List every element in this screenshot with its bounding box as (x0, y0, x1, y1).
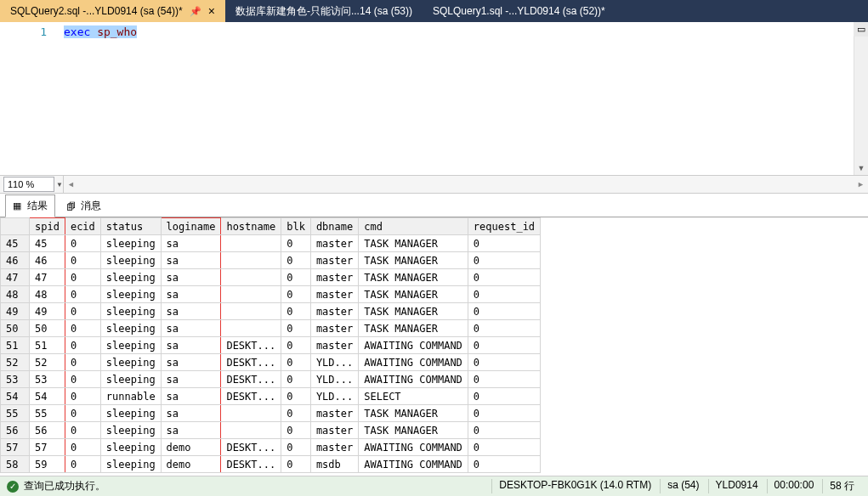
cell-status[interactable]: sleeping (100, 354, 161, 371)
row-number[interactable]: 57 (1, 439, 30, 456)
cell-requestid[interactable]: 0 (468, 252, 540, 269)
cell-cmd[interactable]: TASK MANAGER (359, 235, 468, 252)
cell-loginame[interactable]: sa (161, 235, 221, 252)
cell-ecid[interactable]: 0 (65, 388, 100, 405)
cell-status[interactable]: sleeping (100, 456, 161, 473)
cell-loginame[interactable]: sa (161, 252, 221, 269)
cell-requestid[interactable]: 0 (468, 439, 540, 456)
cell-spid[interactable]: 45 (30, 235, 65, 252)
cell-blk[interactable]: 0 (281, 354, 311, 371)
row-number[interactable]: 45 (1, 235, 30, 252)
cell-cmd[interactable]: TASK MANAGER (359, 252, 468, 269)
cell-loginame[interactable]: sa (161, 354, 221, 371)
chevron-down-icon[interactable]: ▼ (56, 181, 63, 189)
cell-blk[interactable]: 0 (281, 252, 311, 269)
cell-loginame[interactable]: sa (161, 371, 221, 388)
col-loginame[interactable]: loginame (161, 218, 221, 235)
cell-cmd[interactable]: TASK MANAGER (359, 320, 468, 337)
cell-requestid[interactable]: 0 (468, 320, 540, 337)
cell-requestid[interactable]: 0 (468, 456, 540, 473)
cell-spid[interactable]: 54 (30, 388, 65, 405)
close-icon[interactable]: × (208, 4, 215, 18)
cell-status[interactable]: sleeping (100, 235, 161, 252)
cell-ecid[interactable]: 0 (65, 303, 100, 320)
cell-ecid[interactable]: 0 (65, 405, 100, 422)
cell-blk[interactable]: 0 (281, 388, 311, 405)
pin-icon[interactable]: 📌 (190, 6, 201, 17)
cell-spid[interactable]: 49 (30, 303, 65, 320)
tab-sqlquery1[interactable]: SQLQuery1.sql -...YLD0914 (sa (52))* (423, 0, 616, 22)
cell-cmd[interactable]: AWAITING COMMAND (359, 337, 468, 354)
corner-cell[interactable] (1, 218, 30, 235)
cell-dbname[interactable]: YLD... (310, 388, 358, 405)
cell-ecid[interactable]: 0 (65, 337, 100, 354)
cell-spid[interactable]: 52 (30, 354, 65, 371)
code-area[interactable]: exec sp_who (55, 22, 868, 175)
cell-spid[interactable]: 53 (30, 371, 65, 388)
cell-blk[interactable]: 0 (281, 337, 311, 354)
cell-cmd[interactable]: AWAITING COMMAND (359, 354, 468, 371)
cell-dbname[interactable]: master (310, 303, 358, 320)
cell-ecid[interactable]: 0 (65, 235, 100, 252)
cell-spid[interactable]: 47 (30, 269, 65, 286)
cell-cmd[interactable]: TASK MANAGER (359, 269, 468, 286)
row-number[interactable]: 50 (1, 320, 30, 337)
cell-ecid[interactable]: 0 (65, 422, 100, 439)
cell-requestid[interactable]: 0 (468, 371, 540, 388)
cell-dbname[interactable]: master (310, 286, 358, 303)
cell-dbname[interactable]: master (310, 405, 358, 422)
cell-requestid[interactable]: 0 (468, 388, 540, 405)
cell-status[interactable]: sleeping (100, 371, 161, 388)
cell-status[interactable]: runnable (100, 388, 161, 405)
row-number[interactable]: 51 (1, 337, 30, 354)
table-row[interactable]: 52520sleepingsaDESKT...0YLD...AWAITING C… (1, 354, 541, 371)
cell-hostname[interactable] (221, 235, 281, 252)
cell-blk[interactable]: 0 (281, 303, 311, 320)
table-row[interactable]: 57570sleepingdemoDESKT...0masterAWAITING… (1, 439, 541, 456)
row-number[interactable]: 46 (1, 252, 30, 269)
scroll-left-icon[interactable]: ◄ (64, 176, 78, 193)
cell-loginame[interactable]: sa (161, 405, 221, 422)
zoom-select[interactable] (3, 177, 54, 192)
table-row[interactable]: 49490sleepingsa0masterTASK MANAGER0 (1, 303, 541, 320)
cell-requestid[interactable]: 0 (468, 337, 540, 354)
cell-hostname[interactable]: DESKT... (221, 456, 281, 473)
cell-status[interactable]: sleeping (100, 422, 161, 439)
cell-loginame[interactable]: sa (161, 422, 221, 439)
row-number[interactable]: 58 (1, 456, 30, 473)
cell-status[interactable]: sleeping (100, 405, 161, 422)
cell-hostname[interactable] (221, 422, 281, 439)
sql-editor[interactable]: 1 exec sp_who ▭ ▲ ▼ (0, 22, 868, 175)
cell-loginame[interactable]: demo (161, 439, 221, 456)
cell-ecid[interactable]: 0 (65, 252, 100, 269)
cell-spid[interactable]: 51 (30, 337, 65, 354)
table-row[interactable]: 55550sleepingsa0masterTASK MANAGER0 (1, 405, 541, 422)
cell-requestid[interactable]: 0 (468, 405, 540, 422)
results-grid[interactable]: spid ecid status loginame hostname blk d… (0, 217, 868, 476)
col-dbname[interactable]: dbname (310, 218, 358, 235)
table-row[interactable]: 50500sleepingsa0masterTASK MANAGER0 (1, 320, 541, 337)
tab-results[interactable]: ▦ 结果 (5, 194, 55, 217)
cell-status[interactable]: sleeping (100, 337, 161, 354)
cell-hostname[interactable]: DESKT... (221, 337, 281, 354)
cell-cmd[interactable]: AWAITING COMMAND (359, 456, 468, 473)
table-row[interactable]: 53530sleepingsaDESKT...0YLD...AWAITING C… (1, 371, 541, 388)
col-cmd[interactable]: cmd (359, 218, 468, 235)
col-hostname[interactable]: hostname (221, 218, 281, 235)
cell-loginame[interactable]: sa (161, 286, 221, 303)
cell-loginame[interactable]: sa (161, 320, 221, 337)
cell-hostname[interactable]: DESKT... (221, 371, 281, 388)
cell-ecid[interactable]: 0 (65, 439, 100, 456)
cell-spid[interactable]: 46 (30, 252, 65, 269)
row-number[interactable]: 47 (1, 269, 30, 286)
cell-cmd[interactable]: SELECT (359, 388, 468, 405)
cell-status[interactable]: sleeping (100, 303, 161, 320)
cell-dbname[interactable]: master (310, 439, 358, 456)
cell-requestid[interactable]: 0 (468, 286, 540, 303)
cell-blk[interactable]: 0 (281, 286, 311, 303)
tab-messages[interactable]: 🗐 消息 (59, 194, 109, 217)
cell-loginame[interactable]: sa (161, 337, 221, 354)
cell-hostname[interactable]: DESKT... (221, 439, 281, 456)
cell-loginame[interactable]: demo (161, 456, 221, 473)
cell-spid[interactable]: 56 (30, 422, 65, 439)
